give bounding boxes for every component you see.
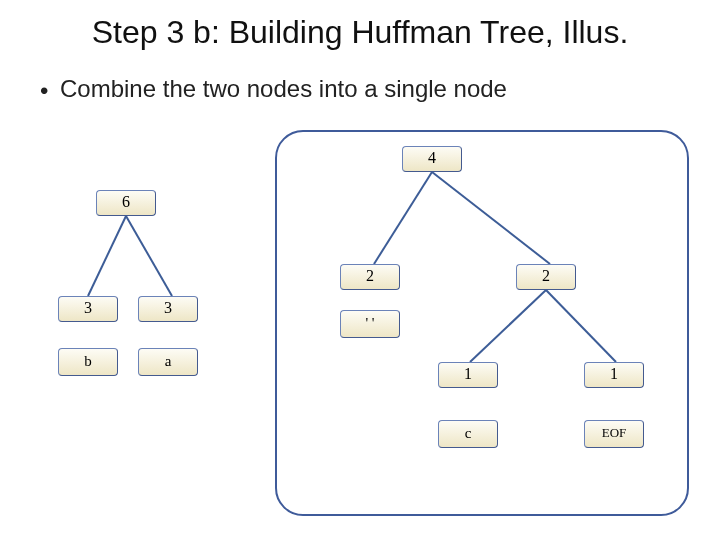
right-left-freq-node: 2 [340, 264, 400, 290]
right-rl-freq-node: 1 [438, 362, 498, 388]
slide-title: Step 3 b: Building Huffman Tree, Illus. [0, 14, 720, 51]
highlight-box [275, 130, 689, 516]
right-rr-freq-node: 1 [584, 362, 644, 388]
right-left-leaf-node: ' ' [340, 310, 400, 338]
left-root-edges [70, 216, 190, 302]
right-root-freq-node: 4 [402, 146, 462, 172]
bullet-item: •Combine the two nodes into a single nod… [40, 75, 507, 105]
right-rl-leaf-node: c [438, 420, 498, 448]
bullet-text: Combine the two nodes into a single node [60, 75, 507, 102]
left-right-leaf-node: a [138, 348, 198, 376]
svg-line-0 [88, 216, 126, 296]
right-right-freq-node: 2 [516, 264, 576, 290]
left-right-freq-node: 3 [138, 296, 198, 322]
left-left-freq-node: 3 [58, 296, 118, 322]
bullet-dot: • [40, 77, 50, 105]
svg-line-1 [126, 216, 172, 296]
left-root-freq-node: 6 [96, 190, 156, 216]
left-left-leaf-node: b [58, 348, 118, 376]
right-rr-leaf-node: EOF [584, 420, 644, 448]
